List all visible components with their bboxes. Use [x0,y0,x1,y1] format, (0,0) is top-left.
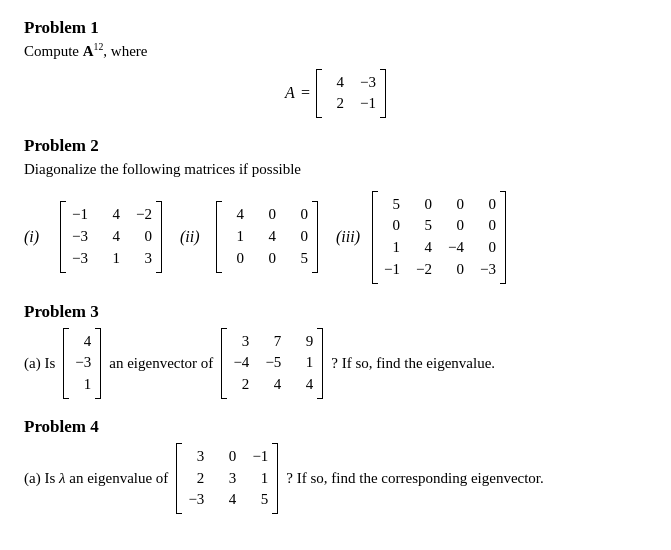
matrix-i: −1 4 −2 −3 4 0 −3 1 3 [60,201,162,272]
p4-prefix: (a) Is λ an eigenvalue of [24,467,168,490]
problem-3-title: Problem 3 [24,302,647,322]
cell-0-1: −3 [358,72,376,94]
matrix-ii: 4 0 0 1 4 0 0 0 5 [216,201,318,272]
bracket-left-ii [216,201,222,272]
bracket-right-v [95,328,101,399]
label-i: (i) [24,228,54,246]
problem-2-matrices: (i) −1 4 −2 −3 4 0 −3 1 3 (ii) [24,191,647,284]
problem-2-title: Problem 2 [24,136,647,156]
bracket-left-iii [372,191,378,284]
matrix-A-cells: 4 −3 2 −1 [324,69,378,119]
matrix-B-cells: 3 7 9 −4 −5 1 2 4 4 [229,328,315,399]
bracket-right-i [156,201,162,272]
problem-1-title: Problem 1 [24,18,647,38]
p4-suffix: ? If so, find the corresponding eigenvec… [286,467,543,490]
cell-1-0: 2 [326,93,344,115]
bracket-left-i [60,201,66,272]
p3-suffix: ? If so, find the eigenvalue. [331,352,495,375]
matrix-B: 3 7 9 −4 −5 1 2 4 4 [221,328,323,399]
bracket-right [380,69,386,119]
matrix-i-cells: −1 4 −2 −3 4 0 −3 1 3 [68,201,154,272]
matrix-ii-cells: 4 0 0 1 4 0 0 0 5 [224,201,310,272]
problem-1-body: Compute A12, where [24,40,647,63]
bracket-right-iii [500,191,506,284]
problem-4-title: Problem 4 [24,417,647,437]
bracket-right-C [272,443,278,514]
bracket-left-v [63,328,69,399]
cell-0-0: 4 [326,72,344,94]
vector-v: 4 −3 1 [63,328,101,399]
problem-1: Problem 1 Compute A12, where A = 4 −3 2 … [24,18,647,118]
matrix-ii-container: (ii) 4 0 0 1 4 0 0 0 5 [180,201,318,272]
problem-3: Problem 3 (a) Is 4 −3 1 an eigenvector o… [24,302,647,399]
problem-3-parta: (a) Is 4 −3 1 an eigenvector of 3 7 9 −4… [24,328,647,399]
vector-v-cells: 4 −3 1 [71,328,93,399]
matrix-iii-container: (iii) 5 0 0 0 0 5 0 0 1 4 −4 0 −1 − [336,191,506,284]
matrix-iii-cells: 5 0 0 0 0 5 0 0 1 4 −4 0 −1 −2 0 −3 [380,191,498,284]
label-ii: (ii) [180,228,210,246]
problem-4-parta: (a) Is λ an eigenvalue of 3 0 −1 2 3 1 −… [24,443,647,514]
bracket-left-B [221,328,227,399]
problem-1-equation: A = 4 −3 2 −1 [24,69,647,119]
matrix-iii: 5 0 0 0 0 5 0 0 1 4 −4 0 −1 −2 0 −3 [372,191,506,284]
matrix-label-A: A [285,84,295,102]
matrix-i-container: (i) −1 4 −2 −3 4 0 −3 1 3 [24,201,162,272]
problem-2-body: Diagonalize the following matrices if po… [24,158,647,181]
matrix-A: 4 −3 2 −1 [316,69,386,119]
equals-sign: = [301,84,310,102]
p3-prefix: (a) Is [24,352,55,375]
bracket-right-ii [312,201,318,272]
matrix-C-cells: 3 0 −1 2 3 1 −3 4 5 [184,443,270,514]
problem-4: Problem 4 (a) Is λ an eigenvalue of 3 0 … [24,417,647,514]
matrix-C: 3 0 −1 2 3 1 −3 4 5 [176,443,278,514]
bracket-left [316,69,322,119]
cell-1-1: −1 [358,93,376,115]
p3-mid: an eigenvector of [109,352,213,375]
bracket-right-B [317,328,323,399]
label-iii: (iii) [336,228,366,246]
problem-2: Problem 2 Diagonalize the following matr… [24,136,647,284]
bracket-left-C [176,443,182,514]
